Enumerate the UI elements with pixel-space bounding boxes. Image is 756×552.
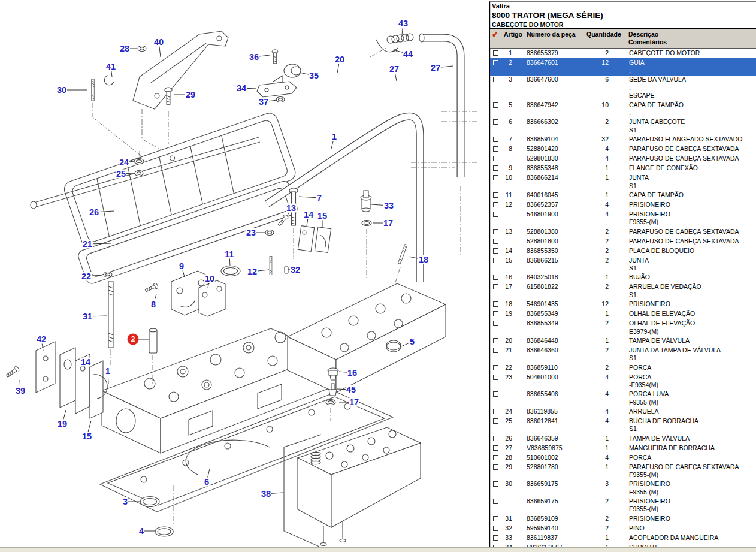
- row-checkbox[interactable]: [493, 348, 498, 353]
- callout-17-47[interactable]: 17: [349, 398, 359, 407]
- table-row[interactable]: 20 836846448 1 TAMPA DE VÁLVULA: [490, 336, 756, 346]
- row-checkbox[interactable]: [493, 284, 498, 289]
- table-row[interactable]: 18 546901435 12 PRISIONEIRO: [490, 300, 756, 309]
- callout-27-14[interactable]: 27: [389, 65, 400, 74]
- table-row[interactable]: 9 836855348 1 FLANGE DE CONEXÃO: [490, 164, 756, 173]
- callout-20-9[interactable]: 20: [334, 55, 345, 64]
- table-row[interactable]: 836655406 4 PORCA LUVAF9355-(M): [490, 390, 756, 407]
- selected-callout-marker[interactable]: 2: [128, 334, 139, 345]
- callout-21-18[interactable]: 21: [82, 240, 93, 249]
- table-row[interactable]: 33 836119837 1 ACOPLADOR DA MANGUEIRA: [490, 533, 756, 543]
- row-checkbox[interactable]: [493, 526, 498, 531]
- table-row[interactable]: 836855349 2 OLHAL DE ELEVAÇÃOE3979-(M): [490, 319, 756, 336]
- callout-11-24[interactable]: 11: [224, 250, 234, 259]
- table-row[interactable]: 836659175 2 PRISIONEIROF9355-(M): [490, 497, 756, 514]
- callout-23-33[interactable]: 23: [246, 228, 256, 237]
- row-checkbox[interactable]: [493, 455, 498, 460]
- callout-16-45[interactable]: 16: [347, 369, 358, 378]
- select-all-check-icon[interactable]: ✔: [491, 29, 498, 39]
- row-checkbox[interactable]: [493, 102, 498, 108]
- row-checkbox[interactable]: [493, 192, 498, 198]
- row-checkbox[interactable]: [493, 77, 498, 82]
- callout-8-25[interactable]: 8: [150, 300, 156, 309]
- row-checkbox[interactable]: [493, 516, 498, 521]
- callout-24-5[interactable]: 24: [119, 158, 129, 167]
- row-checkbox[interactable]: [493, 338, 498, 343]
- row-checkbox[interactable]: [493, 202, 498, 207]
- table-row[interactable]: 24 836119855 4 ARRUELA: [490, 407, 756, 417]
- row-checkbox[interactable]: [493, 301, 498, 307]
- callout-6-42[interactable]: 6: [204, 478, 210, 487]
- table-row[interactable]: 528801800 2 PARAFUSO DE CABEÇA SEXTAVADA: [490, 237, 756, 246]
- callout-1-16[interactable]: 1: [331, 132, 337, 141]
- table-row[interactable]: 11 640016045 1 CAPA DE TAMPÃO: [490, 191, 756, 200]
- row-checkbox[interactable]: [493, 175, 498, 180]
- table-row[interactable]: 16 640325018 1 BUJÃO: [490, 273, 756, 283]
- callout-3-43[interactable]: 3: [122, 497, 128, 506]
- table-row[interactable]: 1 836655379 2 CABEÇOTE DO MOTOR: [490, 49, 756, 58]
- row-checkbox[interactable]: [493, 464, 498, 470]
- callout-28-0[interactable]: 28: [119, 44, 130, 53]
- callout-44-13[interactable]: 44: [403, 50, 413, 59]
- callout-9-22[interactable]: 9: [179, 262, 185, 271]
- table-row[interactable]: 5 836647942 10 CAPA DE TAMPÃO.: [490, 101, 756, 118]
- table-row[interactable]: 15 836866215 2 JUNTAS1: [490, 256, 756, 273]
- table-row[interactable]: 26 836646359 1 TAMPA DE VÁLVULA: [490, 434, 756, 444]
- callout-17-32[interactable]: 17: [383, 219, 394, 228]
- table-row[interactable]: 31 836859109 2 PRISIONEIRO: [490, 514, 756, 524]
- table-row[interactable]: 529801830 4 PARAFUSO DE CABEÇA SEXTAVADA: [490, 154, 756, 164]
- callout-38-48[interactable]: 38: [261, 490, 271, 499]
- callout-37-11[interactable]: 37: [258, 98, 269, 107]
- table-row[interactable]: 22 836859110 2 PORCA: [490, 363, 756, 373]
- row-checkbox[interactable]: [493, 445, 498, 451]
- callout-26-17[interactable]: 26: [89, 208, 99, 217]
- table-row[interactable]: 8 528801420 4 PARAFUSO DE CABEÇA SEXTAVA…: [490, 144, 756, 154]
- callout-40-1[interactable]: 40: [153, 38, 164, 47]
- table-row[interactable]: 546801900 4 PRISIONEIROF9355-(M): [490, 210, 756, 227]
- row-checkbox[interactable]: [493, 365, 498, 370]
- callout-14-29[interactable]: 14: [303, 210, 314, 219]
- callout-19-39[interactable]: 19: [57, 420, 68, 429]
- callout-45-46[interactable]: 45: [346, 385, 356, 394]
- row-checkbox[interactable]: [493, 418, 498, 424]
- table-row[interactable]: 10 836866214 1 JUNTAS1: [490, 173, 756, 191]
- table-row[interactable]: 23 504601000 4 PORCA-F9354(M): [490, 373, 756, 390]
- row-checkbox[interactable]: [493, 229, 498, 234]
- row-checkbox[interactable]: [493, 275, 498, 280]
- table-row[interactable]: 12 836652357 4 PRISIONEIRO: [490, 200, 756, 210]
- table-row[interactable]: 25 836012841 4 BUCHA DE BORRACHAS1: [490, 417, 756, 434]
- row-checkbox[interactable]: [493, 258, 498, 263]
- callout-13-28[interactable]: 13: [286, 204, 297, 213]
- row-checkbox[interactable]: [493, 137, 498, 142]
- callout-18-36[interactable]: 18: [418, 255, 429, 264]
- callout-43-12[interactable]: 43: [398, 19, 409, 28]
- row-checkbox[interactable]: [493, 212, 498, 217]
- row-checkbox[interactable]: [493, 391, 498, 397]
- table-row[interactable]: 6 836666302 2 JUNTA CABEÇOTES1: [490, 117, 756, 135]
- callout-12-34[interactable]: 12: [247, 267, 258, 276]
- row-checkbox[interactable]: [493, 50, 498, 56]
- row-checkbox[interactable]: [493, 248, 498, 254]
- callout-7-27[interactable]: 7: [316, 194, 322, 203]
- callout-41-2[interactable]: 41: [105, 62, 116, 71]
- table-row[interactable]: 13 528801380 2 PARAFUSO DE CABEÇA SEXTAV…: [490, 227, 756, 237]
- row-checkbox[interactable]: [493, 239, 498, 244]
- callout-15-30[interactable]: 15: [317, 212, 328, 221]
- table-row[interactable]: 19 836855349 1 OLHAL DE ELEVAÇÃO: [490, 309, 756, 319]
- table-row[interactable]: 29 528801780 1 PARAFUSO DE CABEÇA SEXTAV…: [490, 463, 756, 480]
- row-checkbox[interactable]: [493, 165, 498, 171]
- callout-42-21[interactable]: 42: [36, 335, 47, 344]
- row-checkbox[interactable]: [493, 499, 498, 504]
- row-checkbox[interactable]: [493, 321, 498, 326]
- row-checkbox[interactable]: [493, 60, 498, 65]
- callout-34-10[interactable]: 34: [236, 84, 247, 93]
- table-row[interactable]: 14 836855350 2 PLACA DE BLOQUEIO: [490, 246, 756, 256]
- callout-33-31[interactable]: 33: [383, 201, 394, 210]
- callout-22-19[interactable]: 22: [81, 272, 92, 281]
- table-row[interactable]: 3 836647600 6 SEDE DA VÁLVULA.ESCAPE: [490, 76, 756, 101]
- table-row[interactable]: 7 836859104 32 PARAFUSO FLANGEADO SEXTAV…: [490, 135, 756, 144]
- table-row[interactable]: 30 836659175 3 PRISIONEIROF9355-(M): [490, 480, 756, 497]
- table-row[interactable]: 27 V836859875 1 MANGUEIRA DE BORRACHA: [490, 444, 756, 453]
- callout-35-8[interactable]: 35: [309, 71, 319, 80]
- table-row[interactable]: 28 510601002 4 PORCA: [490, 453, 756, 463]
